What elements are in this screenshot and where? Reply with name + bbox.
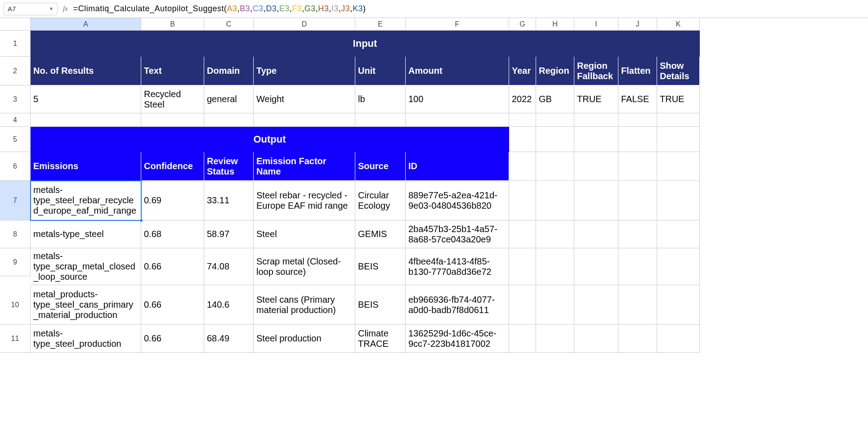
- cell-j4[interactable]: [618, 113, 657, 127]
- cell-k3[interactable]: TRUE: [657, 85, 700, 113]
- cell-k11[interactable]: [657, 325, 700, 353]
- cell-c3[interactable]: general: [204, 85, 254, 113]
- cell-a11[interactable]: metals-type_steel_production: [31, 325, 141, 353]
- cell-k7[interactable]: [657, 181, 700, 220]
- cell-j5[interactable]: [618, 127, 657, 152]
- header-domain[interactable]: Domain: [204, 57, 254, 85]
- cell-i6[interactable]: [574, 152, 618, 181]
- cell-a10[interactable]: metal_products-type_steel_cans_primary_m…: [31, 285, 141, 325]
- cell-h6[interactable]: [536, 152, 574, 181]
- cell-k10[interactable]: [657, 285, 700, 325]
- col-header-h[interactable]: H: [536, 18, 574, 31]
- cell-e4[interactable]: [355, 113, 406, 127]
- cell-i9[interactable]: [574, 248, 618, 285]
- cell-g4[interactable]: [509, 113, 536, 127]
- row-header-2[interactable]: 2: [0, 57, 31, 85]
- cell-h9[interactable]: [536, 248, 574, 285]
- cell-f9[interactable]: 4fbee4fa-1413-4f85-b130-7770a8d36e72: [406, 248, 509, 285]
- col-header-j[interactable]: J: [618, 18, 657, 31]
- cell-j3[interactable]: FALSE: [618, 85, 657, 113]
- cell-h8[interactable]: [536, 220, 574, 248]
- cell-f8[interactable]: 2ba457b3-25b1-4a57-8a68-57ce043a20e9: [406, 220, 509, 248]
- cell-j8[interactable]: [618, 220, 657, 248]
- cell-f7[interactable]: 889e77e5-a2ea-421d-9e03-04804536b820: [406, 181, 509, 220]
- row-header-10[interactable]: 10: [0, 285, 31, 325]
- input-title[interactable]: Input: [31, 31, 700, 57]
- cell-c8[interactable]: 58.97: [204, 220, 254, 248]
- col-header-d[interactable]: D: [254, 18, 355, 31]
- header-confidence[interactable]: Confidence: [141, 152, 204, 181]
- cell-b10[interactable]: 0.66: [141, 285, 204, 325]
- header-ef-name[interactable]: Emission Factor Name: [254, 152, 355, 181]
- header-type[interactable]: Type: [254, 57, 355, 85]
- cell-f4[interactable]: [406, 113, 509, 127]
- cell-h5[interactable]: [536, 127, 574, 152]
- cell-f10[interactable]: eb966936-fb74-4077-a0d0-badb7f8d0611: [406, 285, 509, 325]
- cell-i8[interactable]: [574, 220, 618, 248]
- cell-d10[interactable]: Steel cans (Primary material production): [254, 285, 355, 325]
- cell-c4[interactable]: [204, 113, 254, 127]
- cell-h7[interactable]: [536, 181, 574, 220]
- cell-a3[interactable]: 5: [31, 85, 141, 113]
- header-flatten[interactable]: Flatten: [618, 57, 657, 85]
- name-box[interactable]: A7 ▼: [4, 3, 58, 15]
- header-review-status[interactable]: Review Status: [204, 152, 254, 181]
- cell-g10[interactable]: [509, 285, 536, 325]
- cell-a7[interactable]: metals-type_steel_rebar_recycled_europe_…: [31, 181, 141, 220]
- header-show-details[interactable]: Show Details: [657, 57, 700, 85]
- col-header-g[interactable]: G: [509, 18, 536, 31]
- col-header-e[interactable]: E: [355, 18, 406, 31]
- cell-g6[interactable]: [509, 152, 536, 181]
- cell-e11[interactable]: Climate TRACE: [355, 325, 406, 353]
- cell-e10[interactable]: BEIS: [355, 285, 406, 325]
- cell-c11[interactable]: 68.49: [204, 325, 254, 353]
- header-emissions[interactable]: Emissions: [31, 152, 141, 181]
- header-year[interactable]: Year: [509, 57, 536, 85]
- cell-k6[interactable]: [657, 152, 700, 181]
- cell-c7[interactable]: 33.11: [204, 181, 254, 220]
- cell-b9[interactable]: 0.66: [141, 248, 204, 285]
- cell-d9[interactable]: Scrap metal (Closed-loop source): [254, 248, 355, 285]
- cell-a8[interactable]: metals-type_steel: [31, 220, 141, 248]
- cell-f11[interactable]: 1362529d-1d6c-45ce-9cc7-223b41817002: [406, 325, 509, 353]
- output-title[interactable]: Output: [31, 127, 509, 152]
- cell-i4[interactable]: [574, 113, 618, 127]
- cell-h10[interactable]: [536, 285, 574, 325]
- cell-g7[interactable]: [509, 181, 536, 220]
- cell-j9[interactable]: [618, 248, 657, 285]
- cell-k5[interactable]: [657, 127, 700, 152]
- cell-k9[interactable]: [657, 248, 700, 285]
- row-header-4[interactable]: 4: [0, 113, 31, 127]
- cell-a9[interactable]: metals-type_scrap_metal_closed_loop_sour…: [31, 248, 141, 285]
- cell-e3[interactable]: lb: [355, 85, 406, 113]
- row-header-1[interactable]: 1: [0, 31, 31, 57]
- col-header-k[interactable]: K: [657, 18, 700, 31]
- cell-b8[interactable]: 0.68: [141, 220, 204, 248]
- header-id[interactable]: ID: [406, 152, 509, 181]
- cell-g9[interactable]: [509, 248, 536, 285]
- cell-d8[interactable]: Steel: [254, 220, 355, 248]
- cell-h11[interactable]: [536, 325, 574, 353]
- cell-e9[interactable]: BEIS: [355, 248, 406, 285]
- header-no-results[interactable]: No. of Results: [31, 57, 141, 85]
- cell-j7[interactable]: [618, 181, 657, 220]
- cell-b4[interactable]: [141, 113, 204, 127]
- col-header-f[interactable]: F: [406, 18, 509, 31]
- cell-i11[interactable]: [574, 325, 618, 353]
- cell-i7[interactable]: [574, 181, 618, 220]
- cell-g11[interactable]: [509, 325, 536, 353]
- cell-j11[interactable]: [618, 325, 657, 353]
- chevron-down-icon[interactable]: ▼: [49, 6, 54, 11]
- header-region[interactable]: Region: [536, 57, 574, 85]
- formula-input[interactable]: =Climatiq_Calculate_Autopilot_Suggest(A3…: [73, 4, 366, 13]
- cell-b3[interactable]: Recycled Steel: [141, 85, 204, 113]
- col-header-a[interactable]: A: [31, 18, 141, 31]
- cell-h4[interactable]: [536, 113, 574, 127]
- cell-d3[interactable]: Weight: [254, 85, 355, 113]
- select-all-corner[interactable]: [0, 18, 31, 31]
- cell-d11[interactable]: Steel production: [254, 325, 355, 353]
- cell-k8[interactable]: [657, 220, 700, 248]
- row-header-5[interactable]: 5: [0, 127, 31, 152]
- row-header-3[interactable]: 3: [0, 85, 31, 113]
- row-header-8[interactable]: 8: [0, 220, 31, 248]
